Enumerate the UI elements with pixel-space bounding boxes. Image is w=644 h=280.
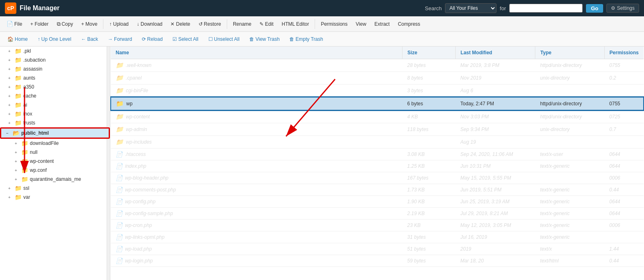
settings-button[interactable]: ⚙ Settings xyxy=(606,4,639,13)
file-icon: 📄 xyxy=(116,187,123,193)
upload-button[interactable]: ↑ Upload xyxy=(106,20,132,29)
expand-icon: − xyxy=(6,131,11,136)
back-button[interactable]: ← Back xyxy=(77,35,102,44)
folder-icon: 📁 xyxy=(15,75,22,81)
copy-icon: ⧉ xyxy=(57,21,60,27)
up-one-level-button[interactable]: ↑ Up One Level xyxy=(34,35,75,44)
folder-open-icon: 📂 xyxy=(13,130,20,136)
sidebar-item-aunts[interactable]: + 📁 aunts xyxy=(0,73,110,82)
view-trash-button[interactable]: 🗑 View Trash xyxy=(245,35,284,44)
edit-button[interactable]: ✎ Edit xyxy=(256,20,277,29)
search-scope-select[interactable]: All Your Files Current Directory Public … xyxy=(445,3,496,13)
select-all-button[interactable]: ☑ Select All xyxy=(168,35,202,44)
html-editor-button[interactable]: HTML Editor xyxy=(278,20,312,29)
file-name-text: wp-config.php xyxy=(125,199,156,204)
download-button[interactable]: ↓ Download xyxy=(134,20,166,29)
folder-icon: 📁 xyxy=(116,74,123,82)
file-modified: Sep 9:34 PM xyxy=(456,123,535,136)
table-row[interactable]: 📄wp-config.php1.90 KBJun 25, 2019, 3:19 … xyxy=(111,196,644,208)
unselect-all-button[interactable]: ☐ Unselect All xyxy=(204,35,244,44)
table-row[interactable]: 📄wp-config-sample.php2.19 KBJul 29, 2019… xyxy=(111,208,644,220)
table-row[interactable]: 📄wp-load.php51 bytes2019text/x1.44 xyxy=(111,243,644,255)
file-size: 8 bytes xyxy=(402,72,456,84)
reload-icon: ⟳ xyxy=(142,36,146,42)
permissions-button[interactable]: Permissions xyxy=(318,20,351,29)
go-button[interactable]: Go xyxy=(586,4,603,13)
table-row[interactable]: 📁wp6 bytesToday, 2:47 PMhttpd/unix-direc… xyxy=(111,97,644,110)
table-row[interactable]: 📄index.php1.25 KBJun 10:31 PMtext/x-gene… xyxy=(111,160,644,172)
search-input[interactable] xyxy=(509,4,583,13)
file-permissions: 0725 xyxy=(604,110,644,123)
sidebar-item-ai[interactable]: + 📁 ai xyxy=(0,100,110,109)
copy-button[interactable]: ⧉ Copy xyxy=(54,19,76,29)
table-row[interactable]: 📄.htaccess3.08 KBSep 24, 2020, 11:06 AMt… xyxy=(111,149,644,160)
main-area: + 📁 .pkl + 📁 .subaction + 📁 assassin + 📁… xyxy=(0,47,644,280)
folder-icon: 📁 xyxy=(15,93,22,99)
sidebar-item-public-html[interactable]: − 📂 public_html xyxy=(0,127,110,139)
home-icon: 🏠 xyxy=(7,36,13,42)
empty-trash-button[interactable]: 🗑 Empty Trash xyxy=(285,35,327,44)
sidebar-item-assassin[interactable]: + 📁 assassin xyxy=(0,64,110,73)
compress-button[interactable]: Compress xyxy=(395,20,424,29)
expand-icon: + xyxy=(8,76,13,80)
table-row[interactable]: 📄wp-comments-post.php1.73 KBJun 2019, 5:… xyxy=(111,184,644,196)
sidebar: + 📁 .pkl + 📁 .subaction + 📁 assassin + 📁… xyxy=(0,47,110,280)
table-row[interactable]: 📁wp-includesAug 19 xyxy=(111,136,644,149)
sidebar-item-trusts[interactable]: + 📁 trusts xyxy=(0,118,110,127)
sidebar-item-a350[interactable]: + 📁 a350 xyxy=(0,82,110,91)
col-header-size: Size xyxy=(402,47,456,59)
file-button[interactable]: 📄 File xyxy=(3,19,25,29)
reload-button[interactable]: ⟳ Reload xyxy=(138,35,167,44)
sidebar-item-var[interactable]: + 📁 var xyxy=(0,193,110,202)
folder-icon: 📁 xyxy=(15,48,22,54)
sidebar-item-null[interactable]: + 📁 null xyxy=(0,148,110,157)
table-row[interactable]: 📄wp-links-opml.php31 bytesJul 16, 2019te… xyxy=(111,231,644,243)
delete-button[interactable]: ✕ Delete xyxy=(167,20,193,29)
sidebar-item-ssl[interactable]: + 📁 ssl xyxy=(0,184,110,193)
table-row[interactable]: 📄wp-blog-header.php167 bytesMay 15, 2019… xyxy=(111,172,644,184)
folder-icon: 📁 xyxy=(116,87,123,94)
rename-button[interactable]: Rename xyxy=(230,20,255,29)
file-size: 118 bytes xyxy=(402,123,456,136)
table-row[interactable]: 📁wp-admin118 bytesSep 9:34 PMunix-direct… xyxy=(111,123,644,136)
sidebar-scrollbar[interactable] xyxy=(107,47,110,280)
sidebar-item-wp-conf[interactable]: + 📁 wp.conf xyxy=(0,166,110,175)
table-row[interactable]: 📄wp-cron.php23 KBMay 12, 2019, 3:05 PMte… xyxy=(111,220,644,231)
sidebar-item-subaction[interactable]: + 📁 .subaction xyxy=(0,56,110,64)
sidebar-item-downloadfile[interactable]: + 📁 downloadFile xyxy=(0,139,110,148)
view-button[interactable]: View xyxy=(353,20,370,29)
folder-icon: 📁 xyxy=(116,126,123,133)
file-name-text: wp-cron.php xyxy=(125,222,152,228)
folder-button[interactable]: + Folder xyxy=(27,20,51,29)
home-button[interactable]: 🏠 🏠 Home Home xyxy=(3,35,32,44)
sidebar-item-pkl[interactable]: + 📁 .pkl xyxy=(0,47,110,56)
table-row[interactable]: 📁wp-content4 KBNov 3:03 PMhttpd/unix-dir… xyxy=(111,110,644,123)
file-name-text: wp-content xyxy=(126,114,150,120)
sidebar-item-wp-content[interactable]: + 📁 wp-content xyxy=(0,157,110,166)
expand-icon: + xyxy=(8,195,13,200)
file-modified: Nov 3:03 PM xyxy=(456,110,535,123)
folder-icon: 📁 xyxy=(116,62,123,69)
table-row[interactable]: 📁.well-known28 bytesMar 2019, 3:8 PMhttp… xyxy=(111,59,644,72)
sidebar-item-inox[interactable]: + 📁 inox xyxy=(0,109,110,118)
file-name-text: wp-load.php xyxy=(125,246,152,252)
table-row[interactable]: 📁.cpanel8 bytesNov 2019unix-directory0.2 xyxy=(111,72,644,84)
sidebar-item-cache[interactable]: + 📁 cache xyxy=(0,91,110,100)
file-modified: Jun 10:31 PM xyxy=(456,160,535,172)
table-row[interactable]: 📄wp-login.php59 bytesMar 18, 20text/html… xyxy=(111,255,644,267)
file-modified: Jul 29, 2019, 8:21 AM xyxy=(456,208,535,220)
file-modified: Jun 25, 2019, 3:19 AM xyxy=(456,196,535,208)
sidebar-item-quarantine[interactable]: + 📁 quarantine_damais_me xyxy=(0,175,110,184)
forward-button[interactable]: → Forward xyxy=(104,35,136,44)
move-button[interactable]: + Move xyxy=(78,20,101,29)
file-permissions: 0755 xyxy=(604,97,644,110)
restore-button[interactable]: ↺ Restore xyxy=(195,20,224,29)
extract-button[interactable]: Extract xyxy=(371,20,393,29)
file-modified: Sep 24, 2020, 11:06 AM xyxy=(456,149,535,160)
file-type: httpd/unix-directory xyxy=(535,97,604,110)
sidebar-item-label: public_html xyxy=(21,130,49,136)
file-type: text/x-generic xyxy=(535,231,604,243)
file-size: 28 bytes xyxy=(402,59,456,72)
folder-icon: 📁 xyxy=(15,57,22,63)
table-row[interactable]: 📁cgi-binFile3 bytesAug 6 xyxy=(111,84,644,98)
